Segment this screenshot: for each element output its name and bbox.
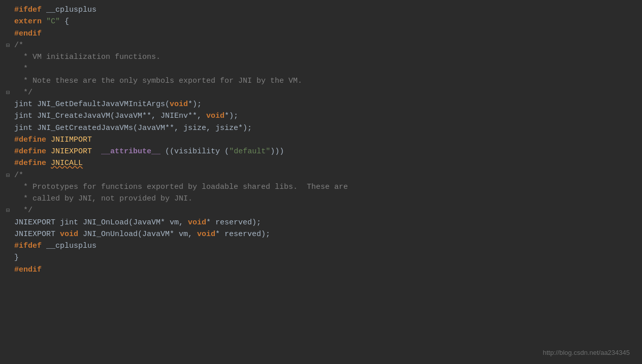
code-token: "default" <box>229 146 270 157</box>
code-token: * <box>14 63 28 75</box>
code-token: JNIIMPORT <box>51 134 92 146</box>
code-token: * Note these are the only symbols export… <box>14 75 302 87</box>
code-token: ))) <box>270 146 284 157</box>
code-line: jint JNI_GetDefaultJavaVMInitArgs(void*)… <box>4 98 642 110</box>
code-token: __attribute__ <box>101 146 160 157</box>
code-line: * VM initialization functions. <box>4 51 642 63</box>
code-line: #define JNIIMPORT <box>4 134 642 146</box>
code-token: void <box>188 217 206 228</box>
fold-icon[interactable]: ⊟ <box>6 171 13 181</box>
code-line: ⊟/* <box>4 40 642 51</box>
code-token: void <box>197 228 215 240</box>
code-token: */ <box>14 87 33 98</box>
code-line: * <box>4 63 642 75</box>
code-token <box>46 157 51 169</box>
code-token: * Prototypes for functions exported by l… <box>14 181 348 193</box>
code-line: * called by JNI, not provided by JNI. <box>4 193 642 205</box>
code-token: "C" <box>46 16 60 27</box>
code-token: * reserved); <box>206 217 261 228</box>
code-token: *); <box>224 110 238 122</box>
code-token: extern <box>14 16 42 27</box>
code-token: JNI_GetCreatedJavaVMs(JavaVM**, jsize, j… <box>37 122 252 134</box>
code-token <box>46 134 51 146</box>
code-token: JNI_OnUnload(JavaVM* vm, <box>78 228 197 240</box>
code-line: ⊟ */ <box>4 87 642 98</box>
code-token: JNICALL <box>51 157 83 169</box>
code-line: JNIEXPORT jint JNI_OnLoad(JavaVM* vm, vo… <box>4 217 642 228</box>
code-token <box>46 146 51 157</box>
fold-icon[interactable]: ⊟ <box>6 41 13 51</box>
code-line: extern "C" { <box>4 16 642 27</box>
code-token: JNI_CreateJavaVM(JavaVM**, JNIEnv**, <box>37 110 206 122</box>
code-line: #define JNIEXPORT __attribute__ ((visibi… <box>4 146 642 157</box>
code-token: #define <box>14 146 46 157</box>
code-token: JNI_OnLoad(JavaVM* vm, <box>83 217 188 228</box>
code-token: JNIEXPORT <box>14 217 60 228</box>
code-lines: #ifdef __cplusplusextern "C" {#endif⊟/* … <box>4 4 642 276</box>
code-line: jint JNI_GetCreatedJavaVMs(JavaVM**, jsi… <box>4 122 642 134</box>
code-line: * Note these are the only symbols export… <box>4 75 642 87</box>
code-line: ⊟/* <box>4 170 642 181</box>
fold-icon[interactable]: ⊟ <box>6 88 13 98</box>
code-line: ⊟ */ <box>4 205 642 216</box>
code-token: *); <box>188 98 202 110</box>
code-line: jint JNI_CreateJavaVM(JavaVM**, JNIEnv**… <box>4 110 642 122</box>
code-token: #ifdef <box>14 4 42 16</box>
code-editor: #ifdef __cplusplusextern "C" {#endif⊟/* … <box>0 0 642 364</box>
code-line: #endif <box>4 264 642 276</box>
code-line: } <box>4 252 642 263</box>
code-token: __cplusplus <box>42 240 97 252</box>
code-token: { <box>60 16 69 27</box>
code-line: JNIEXPORT void JNI_OnUnload(JavaVM* vm, … <box>4 228 642 240</box>
code-token: __cplusplus <box>42 4 97 16</box>
code-token: JNIEXPORT <box>51 146 92 157</box>
code-line: * Prototypes for functions exported by l… <box>4 181 642 193</box>
code-line: #define JNICALL <box>4 157 642 169</box>
code-token: #endif <box>14 264 42 276</box>
code-token: jint <box>14 110 37 122</box>
code-token: */ <box>14 205 33 216</box>
code-token: JNI_GetDefaultJavaVMInitArgs( <box>37 98 170 110</box>
fold-icon[interactable]: ⊟ <box>6 206 13 216</box>
code-token: #endif <box>14 28 42 40</box>
code-line: #endif <box>4 28 642 40</box>
code-token: jint <box>14 122 37 134</box>
code-token: /* <box>14 40 23 51</box>
code-token: } <box>14 252 19 263</box>
code-token: void <box>206 110 224 122</box>
code-token <box>92 146 101 157</box>
code-token: void <box>60 228 78 240</box>
code-token: JNIEXPORT <box>14 228 60 240</box>
code-token: #ifdef <box>14 240 42 252</box>
watermark: http://blog.csdn.net/aa234345 <box>543 348 630 358</box>
code-line: #ifdef __cplusplus <box>4 4 642 16</box>
code-token: /* <box>14 170 23 181</box>
code-token: * called by JNI, not provided by JNI. <box>14 193 192 205</box>
code-token: #define <box>14 134 46 146</box>
code-token: * VM initialization functions. <box>14 51 160 63</box>
code-token: * reserved); <box>215 228 270 240</box>
code-token: void <box>170 98 188 110</box>
code-token: jint <box>14 98 37 110</box>
code-token: jint <box>60 217 83 228</box>
code-token <box>42 16 46 27</box>
code-token: ((visibility ( <box>160 146 229 157</box>
code-line: #ifdef __cplusplus <box>4 240 642 252</box>
code-token: #define <box>14 157 46 169</box>
